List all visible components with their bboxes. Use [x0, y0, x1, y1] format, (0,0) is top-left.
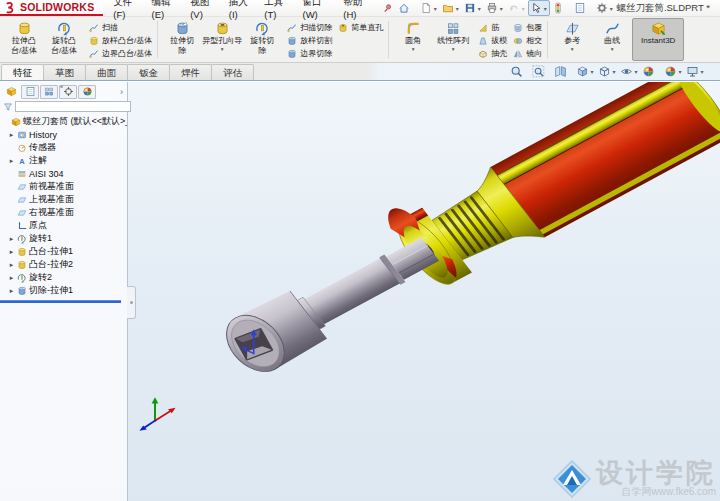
- tree-expand-arrow[interactable]: ▸: [8, 261, 15, 269]
- tree-item[interactable]: ▸ 旋转1: [2, 232, 127, 245]
- qat-button[interactable]: [550, 0, 572, 16]
- command-tab[interactable]: 曲面: [85, 64, 128, 80]
- tree-expand-arrow[interactable]: ▸: [8, 274, 15, 282]
- panel-grip[interactable]: [60, 85, 63, 88]
- ribbon-small-button[interactable]: 放样切割: [284, 34, 335, 47]
- ribbon-small-button[interactable]: 抽壳: [475, 47, 510, 60]
- dropdown-caret[interactable]: ▾: [542, 5, 548, 12]
- dropdown-caret[interactable]: ▾: [571, 46, 574, 52]
- tree-expand-arrow[interactable]: ▸: [8, 235, 15, 243]
- dropdown-caret[interactable]: ▾: [611, 68, 617, 75]
- ribbon-small-button[interactable]: 扫描: [86, 21, 155, 34]
- tree-item[interactable]: ▸ History: [2, 128, 127, 141]
- headsup-button[interactable]: [509, 65, 530, 78]
- qat-button[interactable]: ▾: [462, 0, 484, 16]
- ribbon-big-button[interactable]: Instant3D: [632, 18, 684, 61]
- ribbon-small-button[interactable]: 放样凸台/基体: [86, 34, 155, 47]
- command-tab[interactable]: 草图: [43, 64, 86, 80]
- dropdown-caret[interactable]: ▾: [454, 5, 460, 12]
- ribbon-small-button[interactable]: 镜向: [510, 47, 545, 60]
- command-tab[interactable]: 钣金: [127, 64, 170, 80]
- dropdown-caret[interactable]: ▾: [611, 46, 614, 52]
- headsup-button[interactable]: [553, 65, 574, 78]
- tree-expand-arrow[interactable]: ▸: [8, 248, 15, 256]
- ribbon-big-button[interactable]: 异型孔向导 ▾: [202, 18, 242, 61]
- tree-item[interactable]: 上视基准面: [2, 193, 127, 206]
- qat-button[interactable]: ▾: [506, 0, 528, 16]
- dropdown-caret[interactable]: ▾: [677, 68, 683, 75]
- dropdown-caret[interactable]: ▾: [633, 68, 639, 75]
- dropdown-caret[interactable]: ▾: [498, 5, 504, 12]
- tree-item[interactable]: 前视基准面: [2, 180, 127, 193]
- graphics-area[interactable]: 设计学院 自学网www.fke6.com: [0, 82, 720, 501]
- headsup-button[interactable]: ▾: [663, 65, 684, 78]
- tree-item[interactable]: ▸ 凸台-拉伸1: [2, 245, 127, 258]
- tree-filter-input[interactable]: [15, 101, 131, 112]
- panel-tab[interactable]: [21, 85, 39, 99]
- command-tab[interactable]: 评估: [211, 64, 254, 80]
- pin-icon[interactable]: [382, 3, 393, 14]
- tree-expand-arrow[interactable]: ▸: [8, 131, 15, 139]
- qat-button[interactable]: ▾: [440, 0, 462, 16]
- ribbon-small-button[interactable]: 扫描切除: [284, 21, 335, 34]
- qat-button[interactable]: ▾: [418, 0, 440, 16]
- headsup-button[interactable]: ▾: [619, 65, 640, 78]
- ribbon-small-button[interactable]: 边界切除: [284, 47, 335, 60]
- tree-expand-arrow[interactable]: ▸: [8, 157, 15, 165]
- dropdown-caret[interactable]: ▾: [476, 5, 482, 12]
- headsup-button[interactable]: [641, 65, 662, 78]
- qat-button[interactable]: ▾: [484, 0, 506, 16]
- tree-item[interactable]: 螺丝刀套筒 (默认<<默认>_显: [2, 115, 127, 128]
- ribbon-small-button[interactable]: 拔模: [475, 34, 510, 47]
- dropdown-caret[interactable]: ▾: [589, 68, 595, 75]
- tree-item[interactable]: ▸ 旋转2: [2, 271, 127, 284]
- ribbon-big-button[interactable]: 旋转切 除: [242, 18, 282, 61]
- headsup-button[interactable]: ▾: [685, 65, 706, 78]
- qat-button[interactable]: [572, 0, 594, 16]
- panel-tab[interactable]: [78, 85, 96, 99]
- origin-icon: [17, 221, 27, 231]
- tree-item[interactable]: ▸ 注解: [2, 154, 127, 167]
- headsup-button[interactable]: ▾: [597, 65, 618, 78]
- tree-expand-arrow[interactable]: ▸: [8, 287, 15, 295]
- panel-overflow-chevron[interactable]: ›: [120, 87, 125, 97]
- dropdown-caret[interactable]: ▾: [432, 5, 438, 12]
- headsup-button[interactable]: [531, 65, 552, 78]
- dropdown-caret[interactable]: ▾: [412, 46, 415, 52]
- tree-item[interactable]: ▸ 切除-拉伸1: [2, 284, 127, 297]
- ribbon-small-button[interactable]: 边界凸台/基体: [86, 47, 155, 60]
- headsup-button[interactable]: ▾: [575, 65, 596, 78]
- rollback-bar[interactable]: [0, 300, 121, 303]
- qat-button[interactable]: ▾: [594, 0, 616, 16]
- command-tab[interactable]: 特征: [1, 64, 44, 80]
- ribbon-big-button[interactable]: 圆角 ▾: [393, 18, 433, 61]
- panel-tab[interactable]: [40, 85, 58, 99]
- tree-item[interactable]: 传感器: [2, 141, 127, 154]
- tree-item[interactable]: 原点: [2, 219, 127, 232]
- qat-button[interactable]: ▾: [528, 0, 550, 16]
- ribbon-big-button[interactable]: 拉伸切 除: [162, 18, 202, 61]
- ribbon-big-button[interactable]: 参考 ▾: [552, 18, 592, 61]
- dropdown-caret[interactable]: ▾: [452, 46, 455, 52]
- panel-tab[interactable]: [2, 85, 20, 99]
- dropdown-caret[interactable]: ▾: [608, 5, 614, 12]
- ribbon-small-button[interactable]: 筋: [475, 21, 510, 34]
- ribbon-big-button[interactable]: 曲线 ▾: [592, 18, 632, 61]
- qat-button[interactable]: [396, 0, 418, 16]
- ribbon-big-button[interactable]: 线性阵列 ▾: [433, 18, 473, 61]
- screwdriver-model[interactable]: [201, 82, 720, 390]
- dropdown-caret[interactable]: ▾: [520, 5, 526, 12]
- ribbon-small-button[interactable]: 相交: [510, 34, 545, 47]
- ribbon-big-button[interactable]: 拉伸凸 台/基体: [4, 18, 44, 61]
- ribbon-small-button[interactable]: 简单直孔: [335, 21, 386, 34]
- ribbon-big-button[interactable]: 旋转凸 台/基体: [44, 18, 84, 61]
- command-tab[interactable]: 焊件: [169, 64, 212, 80]
- panel-splitter-handle[interactable]: [127, 286, 136, 319]
- tree-item[interactable]: ▸ 凸台-拉伸2: [2, 258, 127, 271]
- shaft-cylinder: [304, 258, 399, 324]
- dropdown-caret[interactable]: ▾: [221, 46, 224, 52]
- dropdown-caret[interactable]: ▾: [699, 68, 705, 75]
- tree-item[interactable]: AISI 304: [2, 167, 127, 180]
- tree-item[interactable]: 右视基准面: [2, 206, 127, 219]
- ribbon-small-button[interactable]: 包覆: [510, 21, 545, 34]
